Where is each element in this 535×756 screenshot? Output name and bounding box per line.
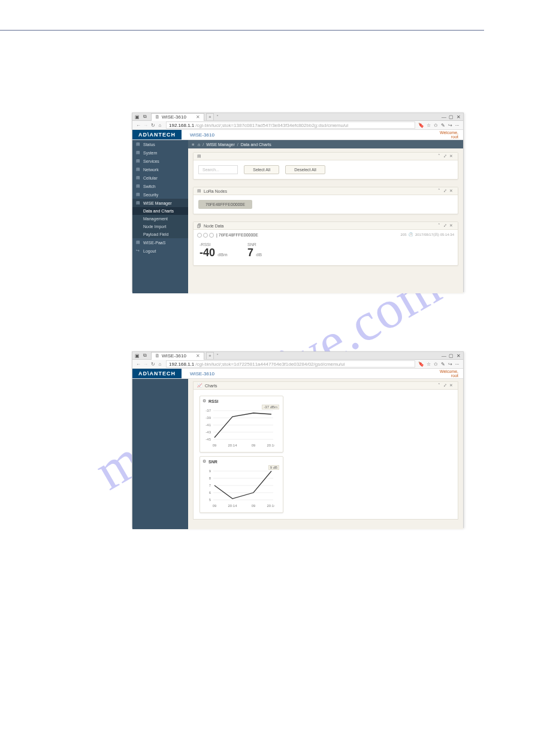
window-maximize-icon[interactable]: ▢ <box>448 114 455 120</box>
url-input[interactable]: 192.168.1.1 /cgi-bin/luci/;stok=1d722581… <box>166 360 415 368</box>
deselect-all-button[interactable]: Deselect All <box>285 165 325 174</box>
tab-title: WISE-3610 <box>162 114 186 120</box>
new-tab-button[interactable]: + <box>206 352 214 360</box>
new-tab-button[interactable]: + <box>206 113 214 121</box>
chart-snr: ⚙ SNR 9 dB 9 8 7 <box>200 456 283 513</box>
sidebar-sub-payload-field[interactable]: Payload Field <box>132 230 188 238</box>
panel-collapse-icon[interactable]: ˄ <box>436 189 442 193</box>
url-input[interactable]: 192.168.1.1 /cgi-bin/luci/;stok=1387c081… <box>166 122 415 129</box>
home-button[interactable]: ⌂ <box>156 123 164 128</box>
home-button[interactable]: ⌂ <box>156 362 164 367</box>
welcome-label: Welcome, <box>440 130 458 135</box>
menu-icon: ▤ <box>136 175 141 180</box>
browser-tab[interactable]: 🗎 WISE-3610 ✕ <box>151 352 204 360</box>
panel-close-icon[interactable]: ✕ <box>448 189 454 193</box>
panel-expand-icon[interactable]: ⤢ <box>442 189 448 193</box>
tab-dropdown-icon[interactable]: ˅ <box>216 353 219 359</box>
window-minimize-icon[interactable]: — <box>440 353 448 359</box>
panel-collapse-icon[interactable]: ˄ <box>436 154 442 159</box>
favorites-bar-icon[interactable]: ✩ <box>432 362 439 367</box>
menu-icon: ▤ <box>136 184 141 189</box>
notes-icon[interactable]: ✎ <box>439 362 446 367</box>
more-icon[interactable]: ··· <box>454 123 461 128</box>
xtick: 20:16 <box>267 444 274 447</box>
xtick: 09 <box>213 504 217 508</box>
node-chip[interactable]: 76FE48FFFE00000E <box>198 200 252 209</box>
crumb-sep: / <box>237 142 238 147</box>
menu-icon: ▤ <box>136 201 141 205</box>
xtick: 20:14 <box>228 444 237 447</box>
notes-icon[interactable]: ✎ <box>439 123 446 128</box>
sidebar-sub-management[interactable]: Management <box>132 215 188 223</box>
window-close-icon[interactable]: ✕ <box>455 114 462 120</box>
window-close-icon[interactable]: ✕ <box>455 353 462 359</box>
search-input[interactable]: Search... <box>198 165 238 174</box>
sidebar-sub-node-import[interactable]: Node Import <box>132 223 188 230</box>
sidebar-label: Status <box>143 142 155 147</box>
favorite-icon[interactable]: ☆ <box>425 123 432 128</box>
panel-expand-icon[interactable]: ⤢ <box>442 383 448 388</box>
favorite-icon[interactable]: ☆ <box>425 362 432 367</box>
browser-tab[interactable]: 🗎 WISE-3610 ✕ <box>151 113 204 121</box>
brand-logo: AD\ANTECH <box>132 369 182 378</box>
window-maximize-icon[interactable]: ▢ <box>448 353 455 359</box>
welcome-user: root <box>451 135 458 139</box>
sidebar-item-wise-paas[interactable]: ▤WISE-PaaS <box>132 238 188 247</box>
sidebar-item-system[interactable]: ▤System <box>132 148 188 157</box>
lora-nodes-panel: ▤ LoRa Nodes ˄ ⤢ ✕ 76FE48FFFE00000E <box>193 187 458 214</box>
tab-close-icon[interactable]: ✕ <box>196 353 200 359</box>
metrics-row: -RSSI -40 dBm SNR 7 dB <box>194 240 458 265</box>
reload-button[interactable]: ↻ <box>149 362 156 367</box>
forward-button[interactable]: → <box>142 362 149 367</box>
reading-view-icon[interactable]: 🔖 <box>418 123 425 128</box>
panel-title: Charts <box>205 384 217 388</box>
duplicate-tab-icon[interactable]: ⧉ <box>141 353 148 359</box>
tab-bar: ▣ ⧉ 🗎 WISE-3610 ✕ + ˅ — ▢ ✕ <box>132 113 463 121</box>
panel-expand-icon[interactable]: ⤢ <box>442 154 448 159</box>
panel-collapse-icon[interactable]: ˄ <box>436 223 442 228</box>
chart-header: ⚙ SNR <box>202 459 280 464</box>
menu-toggle-icon[interactable]: ≡ <box>192 142 194 147</box>
main-content: ≡ ⌂ / WISE Manager / Data and Charts ▤ ˄… <box>188 140 463 293</box>
sidebar-item-logout[interactable]: ↪Logout <box>132 247 188 255</box>
sidebar-item-switch[interactable]: ▤Switch <box>132 182 188 190</box>
chart-annotation: 9 dB <box>268 465 279 470</box>
status-circles-icon <box>197 233 214 238</box>
duplicate-tab-icon[interactable]: ⧉ <box>141 114 148 120</box>
panel-collapse-icon[interactable]: ˄ <box>436 383 442 388</box>
sidebar-item-wise-manager[interactable]: ▤WISE Manager <box>132 199 188 207</box>
sidebar-item-status[interactable]: ▤Status <box>132 140 188 148</box>
sidebar-item-network[interactable]: ▤Network <box>132 165 188 174</box>
reading-view-icon[interactable]: 🔖 <box>418 362 425 367</box>
crumb-seg1[interactable]: WISE Manager <box>206 142 234 147</box>
panel-close-icon[interactable]: ✕ <box>448 154 454 159</box>
select-all-button[interactable]: Select All <box>244 165 279 174</box>
panel-close-icon[interactable]: ✕ <box>448 383 454 388</box>
window-minimize-icon[interactable]: — <box>440 114 448 120</box>
sidebar-label: Security <box>143 193 158 197</box>
panel-expand-icon[interactable]: ⤢ <box>442 223 448 228</box>
share-icon[interactable]: ↪ <box>446 362 454 367</box>
sidebar-item-services[interactable]: ▤Services <box>132 157 188 165</box>
device-name: WISE-3610 <box>190 132 214 138</box>
metric-value: -40 <box>200 247 215 259</box>
tab-dropdown-icon[interactable]: ˅ <box>216 114 219 120</box>
more-icon[interactable]: ··· <box>454 362 461 367</box>
reload-button[interactable]: ↻ <box>149 123 156 128</box>
back-button[interactable]: ← <box>135 362 142 367</box>
chart-rssi: ⚙ RSSI -37 dBm -37 -39 -4 <box>200 396 283 453</box>
sidebar-sub-data-charts[interactable]: Data and Charts <box>132 207 188 215</box>
panel-close-icon[interactable]: ✕ <box>448 223 454 228</box>
sidebar-item-cellular[interactable]: ▤Cellular <box>132 174 188 182</box>
favorites-bar-icon[interactable]: ✩ <box>432 123 439 128</box>
share-icon[interactable]: ↪ <box>446 123 454 128</box>
forward-button[interactable]: → <box>142 123 149 128</box>
sidebar-item-security[interactable]: ▤Security <box>132 190 188 199</box>
gear-icon[interactable]: ⚙ <box>202 459 206 464</box>
tab-close-icon[interactable]: ✕ <box>196 114 200 120</box>
welcome-user: root <box>451 374 458 378</box>
home-icon[interactable]: ⌂ <box>198 142 200 147</box>
url-host: 192.168.1.1 <box>169 362 194 367</box>
gear-icon[interactable]: ⚙ <box>202 399 206 403</box>
back-button[interactable]: ← <box>135 123 142 128</box>
